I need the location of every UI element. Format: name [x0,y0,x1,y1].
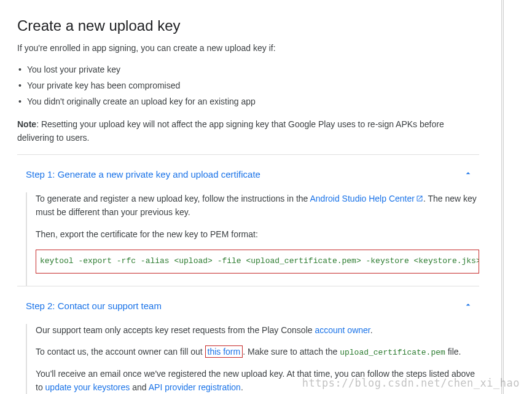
scrollbar-track[interactable] [501,0,504,394]
step1-p2: Then, export the certificate for the new… [36,228,479,242]
step1-title: Step 1: Generate a new private key and u… [26,169,260,179]
text: . [370,325,373,335]
account-owner-link[interactable]: account owner [315,325,370,335]
note-label: Note [17,119,36,129]
cert-filename: upload_certificate.pem [340,348,445,357]
step2-header[interactable]: Step 2: Contact our support team [17,286,479,324]
watermark: https://blog.csdn.net/chen_xi_hao [302,377,520,389]
step2-p1: Our support team only accepts key reset … [36,324,479,337]
step1-body: To generate and register a new upload ke… [26,192,479,285]
bullet-list: You lost your private key Your private k… [17,61,479,109]
text: Our support team only accepts key reset … [36,325,315,335]
list-item: You lost your private key [17,61,479,77]
text: and [130,382,148,392]
note-text: Note: Resetting your upload key will not… [17,118,479,144]
list-item: You didn't originally create an upload k… [17,93,479,109]
step1-header[interactable]: Step 1: Generate a new private key and u… [17,155,479,192]
page-title: Create a new upload key [17,17,479,34]
text: . [241,382,243,392]
step2-title: Step 2: Contact our support team [26,301,162,311]
intro-text: If you're enrolled in app signing, you c… [17,43,479,53]
api-registration-link[interactable]: API provider registration [149,382,241,392]
text: To contact us, the account owner can fil… [36,347,205,357]
main-content: Create a new upload key If you're enroll… [0,0,496,394]
note-body: : Resetting your upload key will not aff… [17,119,444,143]
external-link-icon [416,193,423,200]
help-center-link[interactable]: Android Studio Help Center [310,194,423,203]
chevron-up-icon [463,168,473,180]
text: file. [445,347,461,357]
link-text: Android Studio Help Center [310,194,414,203]
step1-p1: To generate and register a new upload ke… [36,192,479,219]
text: . Make sure to attach the [243,347,340,357]
step2-p2: To contact us, the account owner can fil… [36,345,479,359]
this-form-link[interactable]: this form [205,345,243,358]
list-item: Your private key has been compromised [17,77,479,93]
update-keystores-link[interactable]: update your keystores [45,382,130,392]
code-block: keytool -export -rfc -alias <upload> -fi… [36,250,479,273]
chevron-up-icon [463,300,473,312]
text: To generate and register a new upload ke… [36,194,310,203]
